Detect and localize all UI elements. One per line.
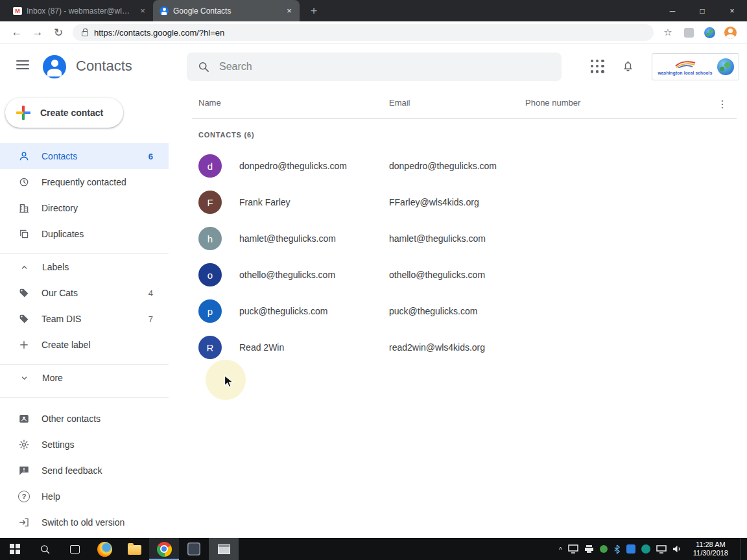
forward-icon[interactable]: → bbox=[29, 23, 47, 41]
contact-avatar[interactable]: d bbox=[198, 154, 222, 178]
tab-google-contacts[interactable]: Google Contacts × bbox=[153, 0, 300, 21]
sidebar-item-label: Help bbox=[42, 491, 153, 502]
browser-profile-avatar[interactable] bbox=[721, 23, 739, 41]
printer-icon[interactable] bbox=[584, 544, 594, 554]
org-emblem-icon bbox=[671, 60, 700, 68]
taskbar-chrome[interactable] bbox=[149, 538, 179, 560]
bookmark-star-icon[interactable]: ☆ bbox=[659, 23, 677, 41]
create-contact-button[interactable]: Create contact bbox=[5, 98, 123, 128]
sidebar-item-directory[interactable]: Directory bbox=[0, 195, 169, 221]
globe-extension-icon[interactable] bbox=[700, 23, 718, 41]
org-globe-icon bbox=[717, 58, 734, 75]
contact-avatar[interactable]: R bbox=[198, 336, 222, 359]
tray-app-icon[interactable] bbox=[641, 544, 650, 554]
contact-row[interactable]: hhamlet@thegulicks.com hamlet@thegulicks… bbox=[169, 220, 747, 257]
taskbar-active-window[interactable] bbox=[209, 538, 239, 560]
start-button[interactable] bbox=[0, 538, 30, 560]
display-icon[interactable] bbox=[568, 544, 578, 554]
hidden-icons-chevron[interactable]: ^ bbox=[559, 546, 562, 554]
contact-avatar[interactable]: h bbox=[198, 227, 222, 250]
sidebar-item-label: Duplicates bbox=[42, 229, 141, 239]
address-bar[interactable] bbox=[73, 24, 654, 41]
taskbar-file-explorer[interactable] bbox=[119, 538, 149, 560]
sidebar-item-contacts[interactable]: Contacts 6 bbox=[0, 143, 169, 169]
chrome-icon bbox=[157, 542, 172, 557]
contact-row[interactable]: RRead 2Win read2win@wls4kids.org bbox=[169, 329, 747, 366]
contact-avatar[interactable]: o bbox=[198, 263, 222, 286]
contacts-favicon bbox=[160, 6, 169, 16]
notifications-bell-icon[interactable] bbox=[621, 59, 635, 75]
bluetooth-icon[interactable] bbox=[613, 544, 621, 554]
sidebar-item-frequently-contacted[interactable]: Frequently contacted bbox=[0, 169, 169, 195]
contact-avatar[interactable]: F bbox=[198, 191, 222, 214]
tab-close-icon[interactable]: × bbox=[137, 6, 148, 16]
contact-email: read2win@wls4kids.org bbox=[389, 342, 525, 353]
sidebar-item-count: 4 bbox=[148, 288, 153, 298]
window-minimize-button[interactable]: ─ bbox=[658, 0, 687, 21]
window-maximize-button[interactable]: □ bbox=[687, 0, 717, 21]
sidebar-item-label: Send feedback bbox=[42, 465, 153, 476]
label-tag-icon bbox=[18, 287, 30, 299]
contact-avatar[interactable]: p bbox=[198, 299, 222, 323]
feedback-icon bbox=[18, 465, 30, 476]
sidebar-item-label: Frequently contacted bbox=[42, 177, 141, 187]
chat-app-icon[interactable] bbox=[626, 544, 635, 554]
org-name: washington local schools bbox=[657, 71, 713, 75]
sidebar-item-settings[interactable]: Settings bbox=[0, 432, 169, 458]
sidebar-label-our-cats[interactable]: Our Cats 4 bbox=[0, 280, 169, 306]
clock-time: 11:28 AM bbox=[693, 541, 728, 549]
reload-icon[interactable]: ↻ bbox=[49, 23, 67, 41]
taskbar-clock[interactable]: 11:28 AM 11/30/2018 bbox=[688, 541, 735, 557]
label-tag-icon bbox=[18, 313, 30, 325]
extension-box-icon bbox=[684, 28, 694, 38]
firefox-icon bbox=[97, 542, 112, 557]
show-desktop-button[interactable] bbox=[741, 538, 744, 560]
tab-close-icon[interactable]: × bbox=[284, 6, 294, 16]
column-header-phone: Phone number bbox=[525, 98, 580, 108]
search-icon bbox=[197, 60, 210, 73]
https-lock-icon[interactable] bbox=[82, 31, 88, 36]
taskbar-app[interactable] bbox=[179, 538, 209, 560]
contact-row[interactable]: oothello@thegulicks.com othello@thegulic… bbox=[169, 257, 747, 293]
sidebar-more[interactable]: More bbox=[0, 365, 169, 391]
sidebar-item-count: 6 bbox=[148, 152, 153, 161]
task-view-button[interactable] bbox=[60, 538, 89, 560]
sidebar-item-help[interactable]: ? Help bbox=[0, 484, 169, 509]
window-icon bbox=[218, 544, 230, 554]
sidebar-label-team-dis[interactable]: Team DIS 7 bbox=[0, 306, 169, 332]
search-bar[interactable] bbox=[187, 52, 562, 81]
browser-toolbar: ← → ↻ ☆ bbox=[0, 21, 747, 44]
contact-email: hamlet@thegulicks.com bbox=[389, 233, 525, 244]
sidebar-item-duplicates[interactable]: Duplicates bbox=[0, 221, 169, 247]
taskbar-search-button[interactable] bbox=[30, 538, 60, 560]
main-menu-icon[interactable] bbox=[16, 60, 29, 72]
sidebar-item-other-contacts[interactable]: Other contacts bbox=[0, 406, 169, 432]
sidebar-create-label[interactable]: Create label bbox=[0, 332, 169, 358]
sidebar-item-send-feedback[interactable]: Send feedback bbox=[0, 458, 169, 484]
sidebar-item-label: Our Cats bbox=[42, 288, 137, 298]
sidebar-labels-header[interactable]: Labels bbox=[0, 254, 169, 280]
contact-row[interactable]: ppuck@thegulicks.com puck@thegulicks.com bbox=[169, 293, 747, 329]
network-icon[interactable] bbox=[656, 545, 667, 554]
multicolor-plus-icon bbox=[16, 106, 30, 120]
contact-row[interactable]: ddonpedro@thegulicks.com donpedro@thegul… bbox=[169, 148, 747, 184]
contact-name: Frank Farley bbox=[239, 197, 290, 207]
overflow-menu-icon[interactable]: ⋮ bbox=[717, 98, 728, 110]
taskbar-firefox[interactable] bbox=[89, 538, 119, 560]
sidebar-item-switch-old-version[interactable]: Switch to old version bbox=[0, 509, 169, 535]
new-tab-button[interactable]: + bbox=[305, 2, 323, 20]
google-apps-grid-icon[interactable] bbox=[591, 60, 604, 73]
back-icon[interactable]: ← bbox=[8, 23, 26, 41]
window-close-button[interactable]: × bbox=[717, 0, 747, 21]
history-clock-icon bbox=[18, 176, 30, 188]
extension-icon[interactable] bbox=[680, 23, 698, 41]
antivirus-icon[interactable] bbox=[600, 545, 608, 553]
tab-gmail[interactable]: M Inbox (87) - webmaster@wls4kid × bbox=[6, 0, 153, 21]
volume-icon[interactable] bbox=[672, 544, 682, 554]
windows-logo-icon bbox=[10, 544, 20, 554]
help-icon: ? bbox=[18, 491, 30, 502]
contacts-logo-icon[interactable] bbox=[43, 55, 66, 78]
search-input[interactable] bbox=[219, 61, 551, 73]
contact-row[interactable]: FFrank Farley FFarley@wls4kids.org bbox=[169, 184, 747, 220]
url-input[interactable] bbox=[94, 28, 645, 38]
